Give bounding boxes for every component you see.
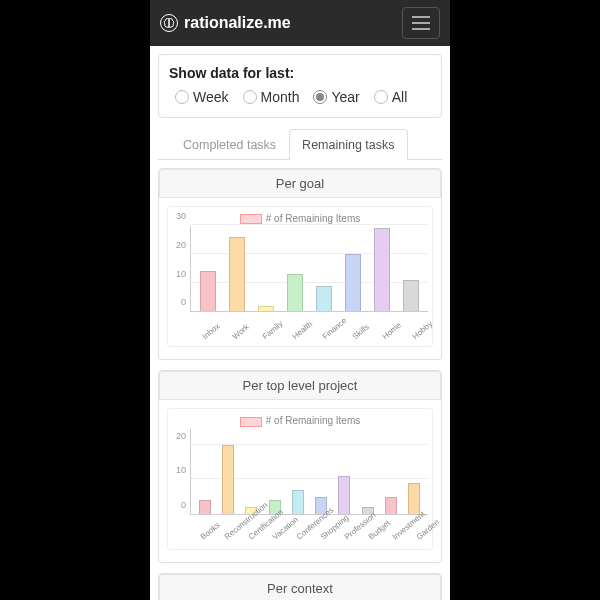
bar-work [229, 237, 245, 312]
chart-card-project: Per top level project# of Remaining Item… [158, 370, 442, 562]
y-tick: 10 [176, 465, 186, 475]
navbar: rationalize.me [150, 0, 450, 46]
x-tick: Home [381, 324, 399, 341]
chart-legend: # of Remaining Items [168, 409, 432, 428]
chart-plot-area: 01020 [168, 429, 432, 519]
chart-plot-area: 0102030 [168, 226, 432, 316]
x-tick: Family [261, 324, 279, 341]
plot [190, 226, 428, 312]
chart-project: # of Remaining Items01020BooksReconstruc… [167, 408, 433, 549]
task-tabs: Completed tasksRemaining tasks [158, 128, 442, 160]
bar-books [199, 500, 211, 514]
x-tick: Books [199, 527, 214, 542]
hamburger-menu-button[interactable] [402, 7, 440, 39]
date-range-card: Show data for last: WeekMonthYearAll [158, 54, 442, 118]
x-tick: Finance [321, 324, 339, 341]
grid-line [191, 224, 428, 225]
radio-label: Year [331, 89, 359, 105]
bar-garden [408, 483, 420, 514]
x-axis-labels: InboxWorkFamilyHealthFinanceSkillsHomeHo… [168, 316, 432, 346]
x-tick: Conferences [295, 527, 310, 542]
range-option-month[interactable]: Month [243, 89, 300, 105]
x-tick: Work [231, 324, 249, 341]
tab-remaining-tasks[interactable]: Remaining tasks [289, 129, 407, 160]
range-label: Show data for last: [169, 65, 431, 81]
range-option-year[interactable]: Year [313, 89, 359, 105]
x-tick: Hobby [411, 324, 429, 341]
x-tick: Garden [415, 527, 430, 542]
brand[interactable]: rationalize.me [160, 14, 291, 32]
bar-investment [385, 497, 397, 514]
bar-conferences [292, 490, 304, 514]
bars [193, 226, 426, 311]
x-axis-labels: BooksReconstructionCertificationVacation… [168, 519, 432, 549]
y-axis-labels: 0102030 [168, 226, 188, 312]
radio-icon [175, 90, 189, 104]
y-tick: 20 [176, 431, 186, 441]
app-frame: rationalize.me Show data for last: WeekM… [150, 0, 450, 600]
x-tick: Reconstruction [223, 527, 238, 542]
radio-icon [243, 90, 257, 104]
bar-finance [316, 286, 332, 312]
content: Show data for last: WeekMonthYearAll Com… [150, 46, 450, 600]
x-tick: Shopping [319, 527, 334, 542]
x-tick: Skills [351, 324, 369, 341]
chart-goal: # of Remaining Items0102030InboxWorkFami… [167, 206, 433, 347]
y-tick: 0 [181, 297, 186, 307]
x-tick: Vacation [271, 527, 286, 542]
radio-label: Month [261, 89, 300, 105]
card-header: Per goal [159, 169, 441, 198]
radio-icon [313, 90, 327, 104]
range-option-all[interactable]: All [374, 89, 408, 105]
x-tick: Investment [391, 527, 406, 542]
bar-family [258, 306, 274, 312]
x-tick: Budget [367, 527, 382, 542]
card-header: Per context [159, 574, 441, 600]
brain-icon [160, 14, 178, 32]
y-tick: 30 [176, 211, 186, 221]
y-tick: 20 [176, 240, 186, 250]
chart-card-context: Per context# of Remaining Items6 [158, 573, 442, 600]
range-radio-group: WeekMonthYearAll [169, 89, 431, 105]
bar-profession [338, 476, 350, 514]
y-tick: 0 [181, 500, 186, 510]
legend-text: # of Remaining Items [266, 415, 361, 426]
bars [193, 429, 426, 514]
bar-hobby [403, 280, 419, 312]
y-axis-labels: 01020 [168, 429, 188, 515]
radio-label: All [392, 89, 408, 105]
hamburger-icon [412, 16, 430, 18]
bar-home [374, 228, 390, 311]
x-tick: Inbox [201, 324, 219, 341]
brand-text: rationalize.me [184, 14, 291, 32]
bar-reconstruction [222, 445, 234, 514]
x-tick: Health [291, 324, 309, 341]
chart-card-goal: Per goal# of Remaining Items0102030Inbox… [158, 168, 442, 360]
card-header: Per top level project [159, 371, 441, 400]
legend-text: # of Remaining Items [266, 213, 361, 224]
x-tick: Profession [343, 527, 358, 542]
y-tick: 10 [176, 269, 186, 279]
bar-inbox [200, 271, 216, 311]
radio-icon [374, 90, 388, 104]
radio-label: Week [193, 89, 229, 105]
plot [190, 429, 428, 515]
range-option-week[interactable]: Week [175, 89, 229, 105]
tab-completed-tasks[interactable]: Completed tasks [170, 129, 289, 160]
charts-container: Per goal# of Remaining Items0102030Inbox… [158, 168, 442, 600]
x-tick: Certification [247, 527, 262, 542]
legend-swatch-icon [240, 417, 262, 427]
bar-skills [345, 254, 361, 311]
bar-health [287, 274, 303, 311]
legend-swatch-icon [240, 214, 262, 224]
